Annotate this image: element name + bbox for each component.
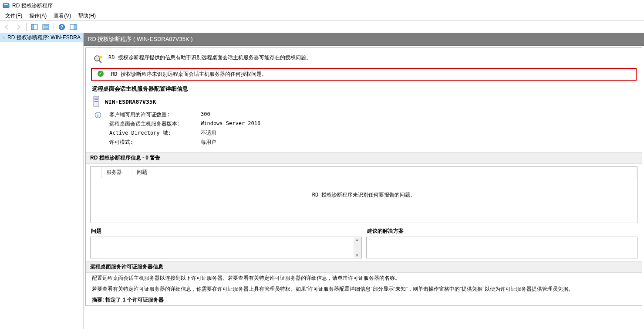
config-table: 客户端可用的许可证数量: 300 远程桌面会话主机服务器版本: Windows … <box>109 111 288 146</box>
action-pane-button[interactable] <box>68 22 78 32</box>
config-value: Windows Server 2016 <box>201 120 288 128</box>
server-name-row: WIN-ESDRA87V35K <box>92 95 636 111</box>
toolbar-separator <box>26 23 27 31</box>
menu-file[interactable]: 文件(F) <box>2 11 26 20</box>
config-key: Active Directory 域: <box>109 129 196 137</box>
back-button[interactable] <box>2 22 12 32</box>
key-icon <box>3 35 6 41</box>
config-value: 300 <box>201 111 288 119</box>
status-highlight: ✓ RD 授权诊断程序未识别远程桌面会话主机服务器的任何授权问题。 <box>91 68 637 81</box>
svg-rect-20 <box>94 99 98 100</box>
issue-label: 问题 <box>91 227 361 235</box>
show-hide-tree-button[interactable] <box>29 22 40 32</box>
diagnostics-list[interactable]: 服务器 问题 RD 授权诊断程序未识别任何要报告的问题。 <box>90 166 637 223</box>
toolbar-separator <box>54 23 54 31</box>
svg-rect-1 <box>4 4 8 5</box>
column-issue[interactable]: 问题 <box>132 167 637 178</box>
tree-node-label: RD 授权诊断程序: WIN-ESDRA <box>7 34 81 41</box>
config-key: 许可模式: <box>109 139 196 146</box>
diagnostics-empty-text: RD 授权诊断程序未识别任何要报告的问题。 <box>312 191 416 199</box>
server-icon <box>92 95 101 108</box>
diagnostic-icon <box>92 54 104 64</box>
navigation-tree: RD 授权诊断程序: WIN-ESDRA <box>0 33 84 329</box>
content-header: RD 授权诊断程序 ( WIN-ESDRA87V35K ) <box>84 33 644 46</box>
workspace: RD 授权诊断程序: WIN-ESDRA RD 授权诊断程序 ( WIN-ESD… <box>0 33 644 329</box>
column-server[interactable]: 服务器 <box>102 167 132 178</box>
panel-icon <box>31 24 38 31</box>
svg-rect-0 <box>3 3 9 8</box>
config-value: 不适用 <box>201 129 288 137</box>
panel-right-icon <box>70 24 77 31</box>
main-panel: RD 授权诊断程序提供的信息有助于识别远程桌面会话主机服务器可能存在的授权问题。… <box>85 47 642 306</box>
tree-node-root[interactable]: RD 授权诊断程序: WIN-ESDRA <box>0 33 83 42</box>
svg-rect-3 <box>31 24 34 30</box>
menu-action[interactable]: 操作(A) <box>26 11 50 20</box>
config-key: 远程桌面会话主机服务器版本: <box>109 120 196 128</box>
solution-textarea[interactable] <box>366 237 638 258</box>
svg-point-17 <box>99 56 102 58</box>
intro-text: RD 授权诊断程序提供的信息有助于识别远程桌面会话主机服务器可能存在的授权问题。 <box>108 54 311 61</box>
intro-row: RD 授权诊断程序提供的信息有助于识别远程桌面会话主机服务器可能存在的授权问题。 <box>92 51 636 67</box>
list-icon <box>42 24 49 31</box>
issue-pane: 问题 ▲▼ <box>90 226 362 258</box>
svg-line-14 <box>5 38 5 38</box>
check-icon: ✓ <box>98 71 104 77</box>
help-icon: ? <box>58 24 65 31</box>
properties-button[interactable] <box>40 22 51 32</box>
help-button[interactable]: ? <box>57 22 67 32</box>
svg-rect-21 <box>94 101 98 102</box>
menubar: 文件(F) 操作(A) 查看(V) 帮助(H) <box>0 11 644 21</box>
svg-rect-11 <box>74 24 76 30</box>
window-title: RD 授权诊断程序 <box>12 2 53 10</box>
license-summary: 摘要: 指定了 1 个许可证服务器 <box>86 295 642 305</box>
content-header-title: RD 授权诊断程序 ( WIN-ESDRA87V35K ) <box>88 36 193 42</box>
issue-textarea[interactable]: ▲▼ <box>90 237 362 258</box>
svg-rect-19 <box>94 98 98 98</box>
server-name: WIN-ESDRA87V35K <box>105 98 156 105</box>
column-icon[interactable] <box>91 167 102 178</box>
arrow-right-icon <box>15 24 22 31</box>
solution-pane: 建议的解决方案 <box>366 226 638 258</box>
svg-text:?: ? <box>61 25 63 30</box>
menu-view[interactable]: 查看(V) <box>50 11 74 20</box>
toolbar: ? <box>0 21 644 33</box>
app-icon <box>3 2 10 9</box>
status-ok-text: RD 授权诊断程序未识别远程桌面会话主机服务器的任何授权问题。 <box>111 71 267 78</box>
solution-label: 建议的解决方案 <box>367 227 637 235</box>
license-heading: 远程桌面服务许可证服务器信息 <box>86 261 642 273</box>
arrow-left-icon <box>3 24 10 31</box>
svg-line-16 <box>99 60 101 63</box>
forward-button[interactable] <box>13 22 24 32</box>
content-area: RD 授权诊断程序 ( WIN-ESDRA87V35K ) RD 授权诊断程序提… <box>84 33 644 329</box>
window-titlebar: RD 授权诊断程序 <box>0 0 644 11</box>
scrollbar[interactable]: ▲▼ <box>354 237 361 258</box>
issue-solution-row: 问题 ▲▼ 建议的解决方案 <box>90 226 637 258</box>
license-text-2: 若要查看有关特定许可证服务器的详细信息，你需要在许可证服务器上具有管理员特权。如… <box>86 284 642 295</box>
config-value: 每用户 <box>201 139 288 146</box>
diag-heading: RD 授权诊断程序信息 - 0 警告 <box>86 152 642 164</box>
intro-section: RD 授权诊断程序提供的信息有助于识别远程桌面会话主机服务器可能存在的授权问题。… <box>86 48 642 152</box>
menu-help[interactable]: 帮助(H) <box>74 11 99 20</box>
config-heading: 远程桌面会话主机服务器配置详细信息 <box>92 81 636 95</box>
diagnostics-list-header: 服务器 问题 <box>91 167 637 178</box>
info-icon: i <box>95 112 101 118</box>
config-key: 客户端可用的许可证数量: <box>109 111 196 119</box>
license-text-1: 配置远程桌面会话主机服务器以连接到以下许可证服务器。若要查看有关特定许可证服务器… <box>86 273 642 284</box>
